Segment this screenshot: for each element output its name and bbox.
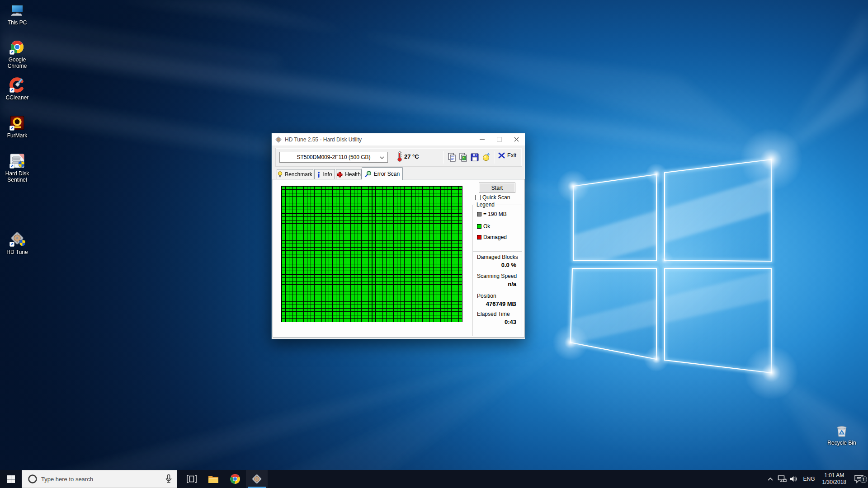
tab-strip: Benchmark Info Health Error Scan: [273, 167, 525, 179]
desktop-icon-label: FurMark: [0, 132, 34, 139]
stat-elapsed-time: Elapsed Time 0:43: [473, 311, 522, 325]
recycle-bin-icon: [834, 422, 850, 438]
stat-value: 0.0 %: [473, 262, 522, 268]
stat-label: Position: [473, 293, 522, 299]
tab-error-scan[interactable]: Error Scan: [362, 167, 403, 180]
exit-label: Exit: [507, 152, 516, 159]
quick-scan-checkbox[interactable]: [475, 195, 481, 200]
toolbar-separator: [495, 151, 495, 164]
hdtune-taskbar-button[interactable]: [246, 470, 268, 488]
windows-logo-icon: [7, 475, 15, 483]
taskbar-clock[interactable]: 1:01 AM 1/30/2018: [819, 472, 850, 486]
thermometer-icon: [397, 150, 402, 162]
legend-ok-label: Ok: [483, 223, 490, 230]
save-icon[interactable]: [470, 153, 479, 162]
this-pc-icon: [9, 3, 25, 18]
chrome-icon: [229, 473, 241, 485]
hdtune-icon: [251, 473, 263, 485]
stats-groupbox: Damaged Blocks 0.0 % Scanning Speed n/a …: [472, 251, 522, 336]
benchmark-bulb-icon: [278, 171, 283, 178]
tab-benchmark[interactable]: Benchmark: [277, 169, 313, 179]
minimize-icon: [480, 137, 485, 142]
hd-tune-icon: [9, 230, 26, 248]
legend-block-swatch: [477, 212, 481, 216]
exit-button[interactable]: Exit: [498, 152, 516, 159]
health-cross-icon: [337, 172, 343, 178]
close-button[interactable]: [508, 133, 525, 145]
options-icon[interactable]: [481, 153, 491, 162]
scan-grid: [281, 186, 462, 322]
close-icon: [514, 137, 519, 142]
clock-date: 1/30/2018: [822, 479, 846, 486]
speaker-icon: [790, 475, 798, 483]
task-view-button[interactable]: [181, 470, 203, 488]
microphone-icon[interactable]: [165, 474, 172, 484]
tab-label: Health: [345, 171, 361, 178]
tab-label: Info: [323, 171, 332, 178]
network-status[interactable]: [776, 475, 788, 483]
tab-health[interactable]: Health: [336, 169, 362, 179]
start-button-label: Start: [491, 185, 503, 191]
stat-value: 476749 MB: [473, 300, 522, 307]
desktop-icon-this-pc[interactable]: This PC: [0, 3, 34, 26]
chrome-icon: [9, 39, 25, 55]
desktop-icon-label: Google Chrome: [0, 56, 34, 69]
notification-badge: 1: [860, 476, 867, 483]
volume-control[interactable]: [788, 475, 800, 483]
exit-x-icon: [498, 152, 505, 159]
copy-text-icon[interactable]: [448, 153, 457, 162]
toolbar: ST500DM009-2F110 (500 GB) 27 °C: [275, 148, 522, 167]
start-button[interactable]: Start: [479, 183, 515, 193]
tray-expand-button[interactable]: [764, 477, 776, 481]
chevron-up-icon: [767, 477, 774, 481]
stat-damaged-blocks: Damaged Blocks 0.0 %: [473, 254, 522, 268]
desktop-icon-furmark[interactable]: FurMark: [0, 115, 34, 139]
clock-time: 1:01 AM: [822, 472, 846, 479]
action-center-button[interactable]: 1: [850, 474, 868, 483]
task-view-icon: [187, 474, 197, 483]
desktop-icon-label: HD Tune: [0, 249, 34, 255]
toolbar-separator: [443, 151, 443, 164]
stat-value: n/a: [473, 281, 522, 287]
start-button-taskbar[interactable]: [0, 470, 22, 488]
system-tray: ENG 1:01 AM 1/30/2018 1: [764, 470, 868, 488]
chevron-down-icon: [380, 156, 384, 159]
stat-label: Elapsed Time: [473, 311, 522, 317]
temperature-value: 27 °C: [404, 153, 419, 160]
info-icon: [317, 172, 321, 178]
file-explorer-icon: [208, 474, 219, 484]
language-indicator[interactable]: ENG: [800, 476, 819, 482]
legend-title: Legend: [475, 202, 496, 208]
window-title: HD Tune 2.55 - Hard Disk Utility: [285, 136, 362, 143]
legend-block-size-row: = 190 MB: [477, 211, 507, 217]
tab-label: Error Scan: [374, 171, 400, 177]
error-scan-page: Start Quick Scan Legend = 190 MB Ok Dama…: [273, 179, 525, 338]
stat-position: Position 476749 MB: [473, 293, 522, 307]
window-titlebar[interactable]: HD Tune 2.55 - Hard Disk Utility: [272, 133, 525, 145]
chrome-taskbar-button[interactable]: [224, 470, 246, 488]
search-input[interactable]: [41, 476, 150, 483]
taskbar: ENG 1:01 AM 1/30/2018 1: [0, 470, 868, 488]
copy-image-icon[interactable]: [459, 153, 468, 162]
hdtune-app-icon: [275, 136, 282, 143]
legend-groupbox: Legend = 190 MB Ok Damaged: [472, 205, 522, 252]
desktop-icon-recycle-bin[interactable]: Recycle Bin: [825, 422, 859, 446]
maximize-button[interactable]: [491, 133, 508, 145]
desktop-icon-hard-disk-sentinel[interactable]: Hard Disk Sentinel: [0, 153, 34, 183]
legend-damaged-label: Damaged: [483, 234, 507, 240]
desktop-icon-google-chrome[interactable]: Google Chrome: [0, 39, 34, 69]
stat-scanning-speed: Scanning Speed n/a: [473, 273, 522, 287]
tab-info[interactable]: Info: [314, 169, 335, 179]
quick-scan-option[interactable]: Quick Scan: [475, 194, 510, 201]
desktop-icon-hd-tune[interactable]: HD Tune: [0, 230, 34, 255]
legend-block-label: = 190 MB: [483, 211, 507, 217]
minimize-button[interactable]: [473, 133, 491, 145]
taskbar-search[interactable]: [22, 470, 177, 488]
file-explorer-button[interactable]: [203, 470, 224, 488]
desktop-icon-label: Hard Disk Sentinel: [0, 170, 34, 183]
hard-disk-sentinel-icon: [9, 153, 25, 169]
desktop-icon-label: CCleaner: [0, 94, 34, 101]
stat-label: Scanning Speed: [473, 273, 522, 279]
desktop-icon-ccleaner[interactable]: CCleaner: [0, 77, 34, 101]
drive-selector-dropdown[interactable]: ST500DM009-2F110 (500 GB): [279, 152, 388, 163]
